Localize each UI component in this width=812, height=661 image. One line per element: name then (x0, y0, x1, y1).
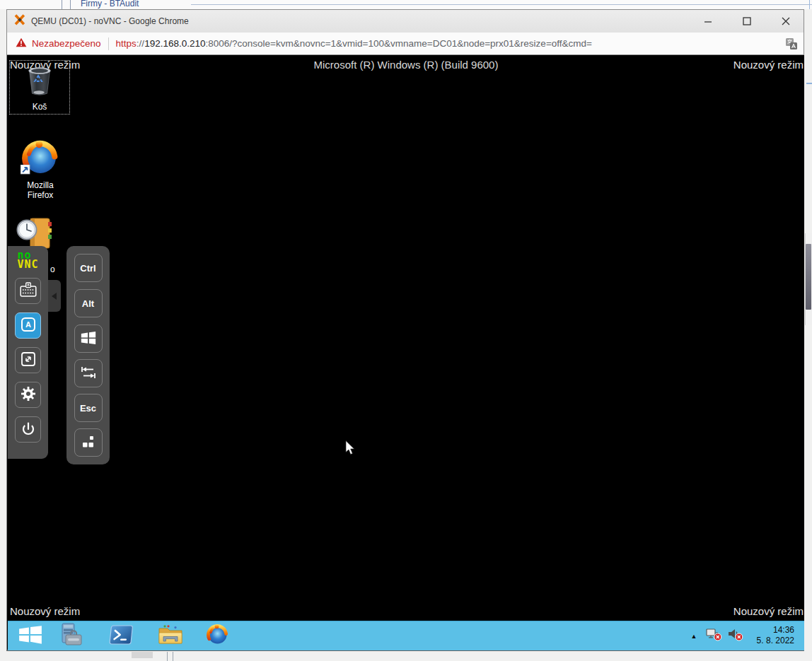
background-grid-line (70, 0, 71, 9)
start-button[interactable] (13, 621, 47, 650)
novnc-logo: noVNC (17, 251, 38, 269)
keyboard-icon (20, 282, 37, 300)
taskbar-server-manager[interactable] (52, 621, 88, 650)
tray-clock[interactable]: 14:36 5. 8. 2022 (738, 625, 794, 646)
windows-logo-icon (80, 330, 97, 348)
background-grid-line (173, 652, 173, 661)
title-bar[interactable]: QEMU (DC01) - noVNC - Google Chrome (7, 10, 804, 33)
background-grid-line (167, 652, 168, 661)
tab-key-button[interactable] (74, 359, 103, 387)
vnc-desktop[interactable]: Nouzový režim Microsoft (R) Windows (R) … (8, 55, 804, 650)
fullscreen-icon (20, 351, 37, 370)
background-window-strip: Firmy - BTAudit (0, 0, 812, 9)
taskbar-file-explorer[interactable] (152, 621, 189, 650)
extra-keys-a-icon: A (20, 316, 37, 336)
shortcut-arrow-overlay-icon (21, 165, 30, 177)
firefox-label: Mozilla Firefox (18, 180, 63, 200)
background-fragment (132, 652, 153, 658)
chrome-window: QEMU (DC01) - noVNC - Google Chrome Neza… (6, 9, 804, 651)
extra-keys-toggle-button[interactable]: A (15, 312, 41, 339)
ctrl-alt-del-icon (81, 435, 96, 451)
novnc-control-bar: noVNC A (8, 246, 48, 459)
power-button[interactable] (15, 416, 41, 443)
esc-key-button[interactable]: Esc (74, 394, 103, 422)
file-explorer-icon (158, 624, 183, 648)
background-divider-line (191, 4, 812, 5)
tray-network-status[interactable] (704, 621, 724, 650)
url-text[interactable]: https://192.168.0.210:8006/?console=kvm&… (116, 38, 592, 49)
url-divider (108, 37, 109, 50)
tray-date: 5. 8. 2022 (738, 636, 794, 646)
ctrl-key-button[interactable]: Ctrl (74, 254, 103, 282)
maximize-button[interactable] (734, 10, 760, 33)
settings-button[interactable] (15, 382, 41, 408)
recycle-bin-label: Koš (33, 102, 47, 112)
fullscreen-button[interactable] (15, 347, 41, 373)
firefox-icon (207, 624, 228, 648)
os-watermark: Microsoft (R) Windows (R) (Build 9600) (8, 59, 804, 71)
url-separator: :// (137, 38, 144, 49)
recycle-bin-icon (24, 62, 55, 100)
powershell-icon (109, 623, 133, 650)
alt-key-button[interactable]: Alt (74, 289, 103, 317)
proxmox-favicon-icon (14, 14, 25, 28)
mouse-cursor (345, 440, 355, 458)
gear-icon (20, 385, 37, 405)
url-host: 192.168.0.210 (144, 38, 205, 49)
show-hidden-icons-button[interactable]: ▲ (685, 621, 702, 650)
network-disconnected-icon (706, 628, 722, 644)
warning-triangle-icon (16, 37, 27, 50)
windows-key-button[interactable] (74, 324, 103, 353)
svg-text:A: A (25, 320, 31, 329)
translate-icon[interactable] (785, 37, 798, 53)
url-scheme: https (116, 38, 137, 49)
background-grid-line (809, 0, 810, 9)
address-bar[interactable]: Nezabezpečeno https://192.168.0.210:8006… (7, 33, 804, 55)
windows-taskbar: ▲ (8, 621, 804, 650)
window-title: QEMU (DC01) - noVNC - Google Chrome (31, 16, 189, 26)
minimize-button[interactable] (695, 10, 721, 33)
desktop-icon-firefox[interactable]: Mozilla Firefox (18, 139, 63, 200)
keyboard-button[interactable] (15, 278, 41, 304)
novnc-extra-keys-panel: Ctrl Alt (66, 246, 110, 464)
taskbar-powershell[interactable] (103, 621, 139, 650)
background-scrollbar-thumb[interactable] (806, 244, 811, 310)
background-grid-line (806, 83, 812, 84)
tab-key-icon (80, 366, 97, 381)
safe-mode-label-top-right: Nouzový režim (733, 59, 804, 71)
start-windows-flag-icon (18, 625, 43, 648)
background-tab-label: Firmy - BTAudit (81, 0, 139, 8)
close-button[interactable] (773, 10, 799, 33)
ctrl-alt-del-button[interactable] (74, 428, 103, 457)
background-grid-line (62, 0, 62, 9)
power-icon (20, 420, 37, 440)
collapse-arrow-icon (52, 293, 57, 300)
show-hidden-icons-arrow: ▲ (691, 633, 697, 640)
novnc-control-bar-handle[interactable] (47, 280, 61, 312)
tray-time: 14:36 (738, 625, 794, 636)
url-path: :8006/?console=kvm&novnc=1&vmid=100&vmna… (205, 38, 591, 49)
taskbar-firefox[interactable] (199, 621, 236, 650)
safe-mode-label-bottom-left: Nouzový režim (10, 605, 80, 617)
desktop-icon-recycle-bin[interactable]: Koš (9, 60, 70, 115)
server-manager-icon (57, 623, 83, 650)
hidden-icon-label-fragment: o (50, 264, 55, 274)
security-warning-label: Nezabezpečeno (32, 38, 101, 49)
safe-mode-label-bottom-right: Nouzový režim (733, 605, 804, 617)
firefox-icon (22, 139, 59, 179)
